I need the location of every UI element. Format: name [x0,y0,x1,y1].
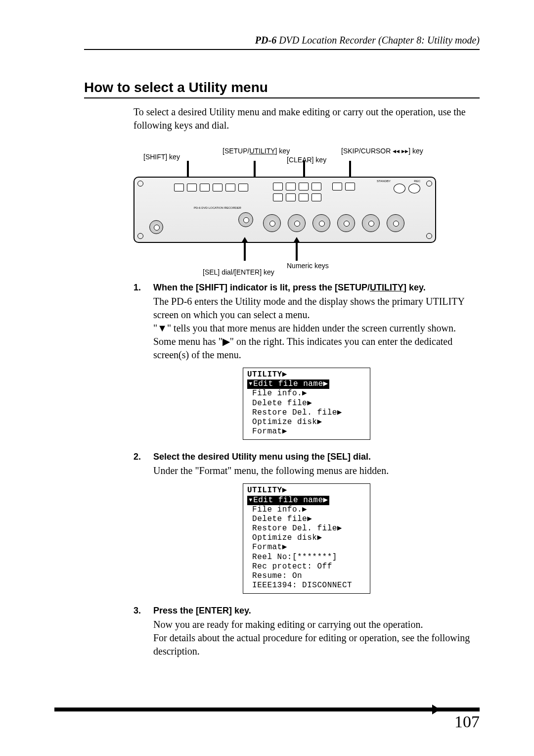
label-setup-utility-key: [SETUP/UTILITY] key [222,147,290,155]
label-clear-key: [CLEAR] key [287,156,326,164]
device-panel: STANDBY REC PD-6 DVD LOCATION RECORDER [134,177,436,243]
panel-diagram: [SHIFT] key [SETUP/UTILITY] key [CLEAR] … [134,147,435,271]
lcd-screenshot-1: UTILITY▶ ▾Edit file name▶ File info.▶ De… [243,368,370,440]
step-3-head: 3. Press the [ENTER] key. [134,606,480,616]
header-rest: DVD Location Recorder (Chapter 8: Utilit… [276,35,480,46]
panel-rec-label: REC [414,180,420,183]
running-header: PD-6 DVD Location Recorder (Chapter 8: U… [84,35,480,50]
lcd-row: File info.▶ [247,505,366,515]
steps-list: 1. When the [SHIFT] indicator is lit, pr… [134,283,480,658]
lcd-row: File info.▶ [247,389,366,398]
lcd-row: Optimize disk▶ [247,418,366,427]
step-1-body: The PD-6 enters the Utility mode and the… [153,295,480,362]
page-number: 107 [54,712,480,731]
lcd-row: Delete file▶ [247,515,366,524]
lcd-screenshot-2: UTILITY▶ ▾Edit file name▶ File info.▶ De… [243,483,370,594]
lcd-row: Resume: On [247,571,366,581]
lcd1-highlight: ▾Edit file name▶ [247,379,329,389]
label-shift-key: [SHIFT] key [143,153,180,161]
panel-title-label: PD-6 DVD LOCATION RECORDER [194,206,241,209]
intro-paragraph: To select a desired Utility menu and mak… [134,105,480,132]
panel-standby-label: STANDBY [377,180,391,183]
lcd-row: Restore Del. file▶ [247,408,366,418]
lcd-row: Restore Del. file▶ [247,524,366,533]
label-skip-cursor-key: [SKIP/CURSOR ◂◂ ▸▸] key [341,147,423,155]
page-footer: 107 [54,708,480,731]
product-name: PD-6 [255,35,276,46]
lcd-row: Delete file▶ [247,399,366,408]
step-2-body: Under the "Format" menu, the following m… [153,464,480,477]
label-sel-enter: [SEL] dial/[ENTER] key [203,268,274,276]
lcd-row: Format▶ [247,543,366,552]
step-2-head: 2. Select the desired Utility menu using… [134,452,480,462]
section-rule [84,97,480,98]
section-title: How to select a Utility menu [84,80,480,95]
step-3-body: Now you are ready for making editing or … [153,618,480,658]
lcd-row: Format▶ [247,427,366,436]
lcd-row: IEEE1394: DISCONNECT [247,581,366,590]
lcd2-highlight: ▾Edit file name▶ [247,496,329,505]
step-1-head: 1. When the [SHIFT] indicator is lit, pr… [134,283,480,293]
label-numeric-keys: Numeric keys [287,262,329,270]
lcd-row: Optimize disk▶ [247,533,366,543]
footer-rule [54,708,480,711]
lcd-row: Reel No:[*******] [247,553,366,562]
lcd-row: Rec protect: Off [247,562,366,571]
